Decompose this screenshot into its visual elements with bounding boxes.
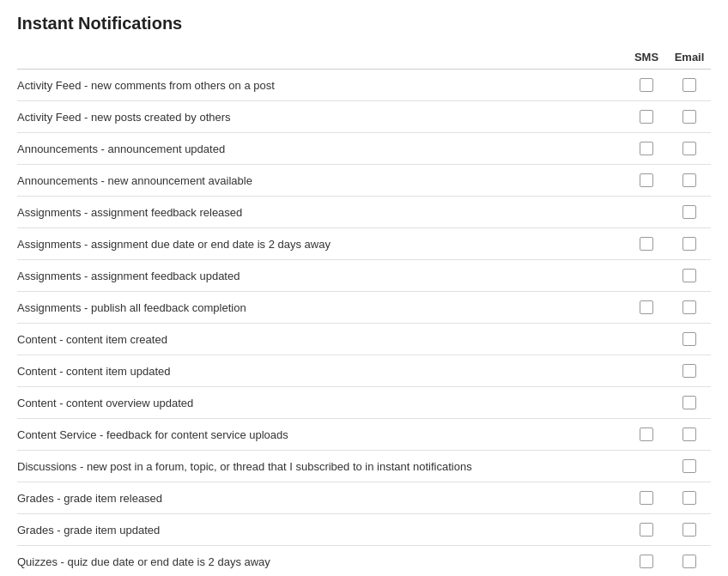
email-checkbox[interactable] bbox=[682, 237, 696, 251]
email-cell bbox=[668, 523, 711, 537]
sms-cell bbox=[625, 300, 668, 314]
sms-checkbox[interactable] bbox=[640, 237, 653, 251]
email-cell bbox=[668, 555, 711, 568]
sms-cell bbox=[625, 237, 668, 251]
email-checkbox[interactable] bbox=[682, 491, 696, 505]
checkbox-group bbox=[625, 427, 711, 441]
checkbox-group bbox=[625, 173, 711, 187]
email-checkbox[interactable] bbox=[682, 269, 696, 282]
table-row: Discussions - new post in a forum, topic… bbox=[17, 451, 711, 482]
email-checkbox[interactable] bbox=[682, 523, 696, 537]
sms-checkbox[interactable] bbox=[640, 491, 653, 505]
sms-checkbox[interactable] bbox=[640, 78, 653, 92]
table-row: Activity Feed - new comments from others… bbox=[17, 70, 711, 101]
sms-column-header: SMS bbox=[625, 51, 668, 64]
checkbox-group bbox=[625, 205, 711, 219]
checkbox-group bbox=[625, 300, 711, 314]
notification-label: Content - content overview updated bbox=[17, 397, 625, 409]
table-header: SMS Email bbox=[17, 47, 711, 70]
sms-cell bbox=[625, 555, 668, 568]
email-checkbox[interactable] bbox=[682, 555, 696, 568]
table-row: Assignments - assignment due date or end… bbox=[17, 228, 711, 260]
notifications-table: SMS Email Activity Feed - new comments f… bbox=[17, 47, 711, 576]
checkbox-group bbox=[625, 491, 711, 505]
sms-checkbox[interactable] bbox=[640, 142, 653, 155]
email-column-header: Email bbox=[668, 51, 711, 64]
checkbox-group bbox=[625, 237, 711, 251]
table-row: Grades - grade item updated bbox=[17, 514, 711, 546]
email-checkbox[interactable] bbox=[682, 459, 696, 473]
checkbox-group bbox=[625, 142, 711, 155]
sms-cell bbox=[625, 78, 668, 92]
notification-label: Grades - grade item updated bbox=[17, 524, 625, 537]
sms-checkbox[interactable] bbox=[640, 555, 653, 568]
email-checkbox[interactable] bbox=[682, 173, 696, 187]
table-row: Activity Feed - new posts created by oth… bbox=[17, 101, 711, 133]
table-row: Content - content overview updated bbox=[17, 387, 711, 419]
email-cell bbox=[668, 396, 711, 409]
email-cell bbox=[668, 142, 711, 155]
checkbox-group bbox=[625, 332, 711, 346]
table-row: Assignments - publish all feedback compl… bbox=[17, 292, 711, 324]
email-cell bbox=[668, 491, 711, 505]
email-cell bbox=[668, 427, 711, 441]
checkbox-group bbox=[625, 110, 711, 124]
email-cell bbox=[668, 459, 711, 473]
checkbox-group bbox=[625, 523, 711, 537]
notification-label: Grades - grade item released bbox=[17, 492, 625, 505]
notification-label: Content - content item updated bbox=[17, 365, 625, 378]
sms-checkbox[interactable] bbox=[640, 300, 653, 314]
checkbox-group bbox=[625, 459, 711, 473]
sms-cell bbox=[625, 173, 668, 187]
checkbox-group bbox=[625, 269, 711, 282]
email-cell bbox=[668, 205, 711, 219]
checkbox-group bbox=[625, 364, 711, 378]
table-row: Announcements - new announcement availab… bbox=[17, 165, 711, 197]
email-checkbox[interactable] bbox=[682, 142, 696, 155]
checkbox-group bbox=[625, 555, 711, 568]
notification-label: Assignments - assignment feedback releas… bbox=[17, 206, 625, 219]
table-row: Quizzes - quiz due date or end date is 2… bbox=[17, 546, 711, 576]
email-cell bbox=[668, 269, 711, 282]
sms-checkbox[interactable] bbox=[640, 427, 653, 441]
table-row: Announcements - announcement updated bbox=[17, 133, 711, 165]
email-checkbox[interactable] bbox=[682, 205, 696, 219]
table-row: Grades - grade item released bbox=[17, 482, 711, 514]
notification-label: Activity Feed - new posts created by oth… bbox=[17, 111, 625, 124]
table-row: Assignments - assignment feedback update… bbox=[17, 260, 711, 292]
notification-label: Announcements - announcement updated bbox=[17, 142, 625, 155]
email-checkbox[interactable] bbox=[682, 78, 696, 92]
table-row: Content - content item updated bbox=[17, 355, 711, 387]
email-cell bbox=[668, 364, 711, 378]
email-cell bbox=[668, 332, 711, 346]
notification-label: Content - content item created bbox=[17, 333, 625, 346]
notification-label: Content Service - feedback for content s… bbox=[17, 428, 625, 441]
email-cell bbox=[668, 78, 711, 92]
checkbox-group bbox=[625, 396, 711, 409]
notification-label: Assignments - publish all feedback compl… bbox=[17, 301, 625, 314]
sms-cell bbox=[625, 523, 668, 537]
table-row: Content - content item created bbox=[17, 324, 711, 355]
notification-label: Quizzes - quiz due date or end date is 2… bbox=[17, 555, 625, 568]
email-checkbox[interactable] bbox=[682, 300, 696, 314]
sms-cell bbox=[625, 142, 668, 155]
sms-checkbox[interactable] bbox=[640, 110, 653, 124]
email-checkbox[interactable] bbox=[682, 396, 696, 409]
table-row: Assignments - assignment feedback releas… bbox=[17, 197, 711, 228]
notification-label: Activity Feed - new comments from others… bbox=[17, 79, 625, 92]
table-row: Content Service - feedback for content s… bbox=[17, 419, 711, 451]
notification-label: Discussions - new post in a forum, topic… bbox=[17, 460, 625, 473]
notification-rows: Activity Feed - new comments from others… bbox=[17, 70, 711, 576]
notification-label: Assignments - assignment due date or end… bbox=[17, 238, 625, 251]
email-checkbox[interactable] bbox=[682, 364, 696, 378]
sms-checkbox[interactable] bbox=[640, 173, 653, 187]
email-cell bbox=[668, 237, 711, 251]
email-checkbox[interactable] bbox=[682, 427, 696, 441]
sms-cell bbox=[625, 491, 668, 505]
checkbox-group bbox=[625, 78, 711, 92]
sms-checkbox[interactable] bbox=[640, 523, 653, 537]
email-cell bbox=[668, 173, 711, 187]
email-checkbox[interactable] bbox=[682, 332, 696, 346]
email-checkbox[interactable] bbox=[682, 110, 696, 124]
email-cell bbox=[668, 300, 711, 314]
